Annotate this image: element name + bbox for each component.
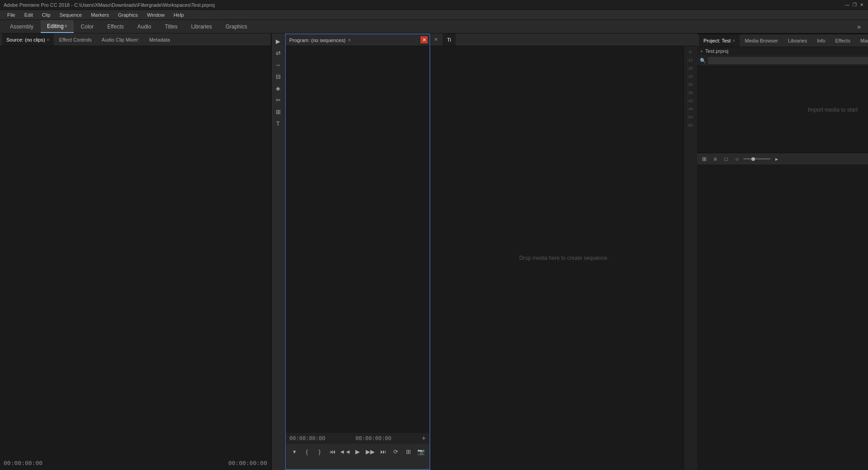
ruler-mark-48: -48	[687, 105, 694, 113]
tab-timeline[interactable]: Ti	[443, 33, 456, 46]
tool-text[interactable]: T	[273, 118, 283, 128]
menu-markers[interactable]: Markers	[87, 11, 113, 19]
ruler-mark-24: -24	[687, 72, 694, 80]
loop-btn[interactable]: ⟳	[391, 446, 401, 456]
window-controls: — ❐ ✕	[844, 2, 864, 8]
main-layout: Source: (no clips) ≡ Effect Controls Aud…	[0, 33, 868, 470]
project-search-bar: 🔍 0 Items 📁	[697, 55, 868, 66]
project-folder-icon: ▪	[701, 48, 703, 54]
search-icon: 🔍	[700, 58, 706, 64]
tab-assembly[interactable]: Assembly	[4, 20, 40, 33]
list-view-btn[interactable]: ⊞	[700, 155, 709, 164]
step-forward-btn[interactable]: ▶▶	[365, 446, 375, 456]
ruler-mark-36: -36	[687, 89, 694, 97]
program-monitor-close[interactable]: ✕	[420, 36, 428, 43]
ruler-mark-30: -30	[687, 80, 694, 89]
export-frame-btn[interactable]: 📷	[416, 446, 426, 456]
tool-track-select[interactable]: ⇄	[273, 48, 283, 58]
tab-effect-controls[interactable]: Effect Controls	[55, 33, 96, 46]
mark-out-btn[interactable]: }	[315, 446, 325, 456]
program-monitor-panel: ✕ Program: (no sequences) ≡ 00:00:00:00 …	[285, 33, 430, 470]
source-panel-tabs: Source: (no clips) ≡ Effect Controls Aud…	[0, 33, 271, 46]
tool-select[interactable]: ▶	[273, 36, 283, 46]
project-file-name: Test.prproj	[705, 48, 728, 54]
source-video-area: 00:00:00:00 00:00:00:00	[0, 46, 271, 470]
safe-margins-btn[interactable]: ⊞	[403, 446, 413, 456]
freeform-view-btn[interactable]: □	[722, 155, 731, 164]
tab-graphics[interactable]: Graphics	[219, 20, 254, 33]
tab-editing[interactable]: Editing ≡	[41, 20, 74, 33]
program-monitor-title: Program: (no sequences)	[289, 38, 345, 43]
program-monitor-header: Program: (no sequences) ≡	[286, 34, 429, 46]
program-controls: 00:00:00:00 00:00:00:00 + ▾ { } ⏮ ◄◄ ▶ ▶…	[286, 433, 429, 469]
tab-source[interactable]: Source: (no clips) ≡	[2, 33, 54, 46]
tab-libraries[interactable]: Libraries	[185, 20, 218, 33]
source-monitor-panel: Source: (no clips) ≡ Effect Controls Aud…	[0, 33, 271, 470]
ruler-mark-54: -54	[687, 113, 694, 121]
tab-effects[interactable]: Effects	[101, 20, 130, 33]
timeline-right-panel: ✕ Ti Drop media here to create sequence.…	[430, 33, 697, 470]
tab-info[interactable]: Info	[812, 34, 830, 47]
menu-file[interactable]: File	[4, 11, 19, 19]
project-panel: Project: Test ≡ Media Browser Libraries …	[697, 34, 868, 164]
ruler-mark-6: -6	[688, 48, 693, 56]
program-timecode-left: 00:00:00:00	[289, 435, 325, 442]
project-bottom-toolbar: ⊞ ≡ □ ○ ▸ ⧉ 🔍 📁 ↗ 🗑	[697, 153, 868, 164]
timeline-drop-hint: Drop media here to create sequence.	[519, 255, 609, 261]
tab-color[interactable]: Color	[75, 20, 100, 33]
tab-titles[interactable]: Titles	[158, 20, 184, 33]
zoom-icon[interactable]: ▸	[772, 155, 781, 164]
program-playback-controls: ▾ { } ⏮ ◄◄ ▶ ▶▶ ⏭ ⟳ ⊞ 📷	[286, 444, 429, 459]
tool-rolling-edit[interactable]: ⊟	[273, 71, 283, 81]
automate-btn[interactable]: ○	[732, 155, 741, 164]
go-to-in-btn[interactable]: ⏮	[327, 446, 337, 456]
menu-help[interactable]: Help	[170, 11, 188, 19]
ruler-mark-60: -60	[687, 121, 694, 129]
tab-libraries[interactable]: Libraries	[783, 34, 811, 47]
tool-slip[interactable]: ⊞	[273, 107, 283, 117]
more-workspaces-button[interactable]: »	[854, 21, 864, 32]
icon-view-btn[interactable]: ≡	[711, 155, 720, 164]
project-tab-menu-icon[interactable]: ≡	[732, 38, 735, 43]
close-button[interactable]: ✕	[859, 2, 864, 8]
tool-rate-stretch[interactable]: ◈	[273, 83, 283, 93]
tool-ripple-edit[interactable]: ↔	[273, 60, 283, 70]
ruler-mark-42: -42	[687, 97, 694, 105]
tab-media-browser[interactable]: Media Browser	[741, 34, 783, 47]
tools-panel: ▶ ⇄ ↔ ⊟ ◈ ✂ ⊞ T	[271, 33, 285, 470]
search-input[interactable]	[708, 57, 868, 64]
tab-effects[interactable]: Effects	[831, 34, 855, 47]
tool-razor[interactable]: ✂	[273, 95, 283, 105]
title-bar: Adobe Premiere Pro CC 2018 - C:\Users\XM…	[0, 0, 868, 10]
ruler-mark-12: -12	[687, 56, 694, 64]
program-video-area	[286, 46, 429, 433]
program-monitor-menu-icon[interactable]: ≡	[348, 38, 351, 42]
zoom-thumb[interactable]	[751, 157, 755, 161]
project-panel-content: Import media to start	[697, 66, 868, 153]
tab-audio[interactable]: Audio	[131, 20, 158, 33]
zoom-slider[interactable]	[743, 158, 770, 160]
step-back-btn[interactable]: ◄◄	[340, 446, 350, 456]
go-to-out-btn[interactable]: ⏭	[378, 446, 388, 456]
menu-clip[interactable]: Clip	[38, 11, 54, 19]
source-timecode-left: 00:00:00:00	[4, 460, 42, 466]
minimize-button[interactable]: —	[844, 2, 850, 8]
tab-project[interactable]: Project: Test ≡	[699, 34, 740, 47]
timeline-close-btn[interactable]: ✕	[433, 37, 439, 43]
menu-edit[interactable]: Edit	[21, 11, 37, 19]
play-in-to-out-btn[interactable]: ▾	[289, 446, 299, 456]
workspace-tabs: Assembly Editing ≡ Color Effects Audio T…	[0, 20, 868, 33]
tab-metadata[interactable]: Metadata	[145, 33, 175, 46]
project-panel-tabs: Project: Test ≡ Media Browser Libraries …	[697, 34, 868, 47]
menu-window[interactable]: Window	[143, 11, 168, 19]
tab-markers[interactable]: Markers	[856, 34, 868, 47]
restore-button[interactable]: ❐	[852, 2, 857, 8]
play-stop-btn[interactable]: ▶	[353, 446, 363, 456]
menu-graphics[interactable]: Graphics	[114, 11, 142, 19]
tab-audio-clip-mixer[interactable]: Audio Clip Mixer:	[97, 33, 144, 46]
menu-sequence[interactable]: Sequence	[56, 11, 86, 19]
mark-in-btn[interactable]: {	[302, 446, 312, 456]
program-add-button[interactable]: +	[422, 434, 426, 442]
project-file-row: ▪ Test.prproj	[697, 47, 868, 55]
source-tab-menu-icon[interactable]: ≡	[47, 38, 49, 42]
